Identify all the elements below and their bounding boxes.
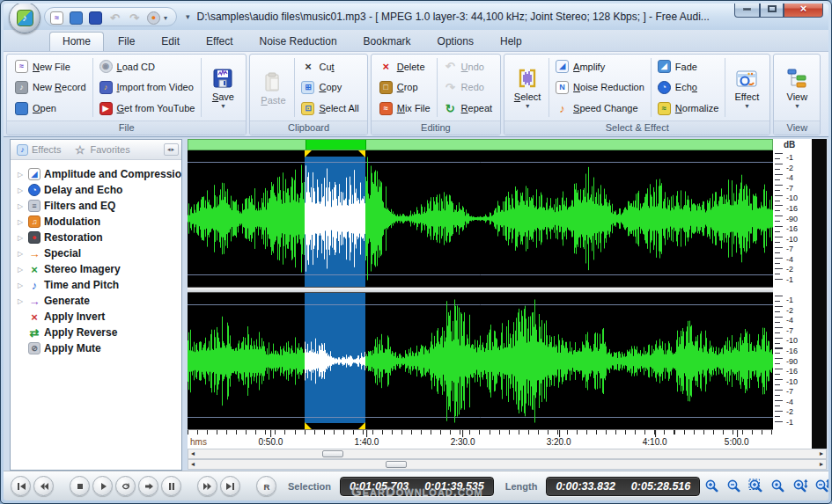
waveform-channel-right[interactable] (188, 293, 773, 429)
fast-forward-button[interactable] (197, 476, 217, 496)
scroll-right-icon[interactable]: ▸ (817, 460, 826, 469)
expand-arrow-icon[interactable]: ▷ (16, 202, 25, 210)
stop-button[interactable] (70, 476, 90, 496)
pause-button[interactable] (161, 476, 181, 496)
expand-arrow-icon[interactable]: ▷ (16, 250, 25, 258)
tree-item-filters-and-eq[interactable]: ▷≡Filters and EQ (16, 198, 180, 214)
tree-item-apply-mute[interactable]: ⊘Apply Mute (16, 340, 180, 356)
overview-seek-bar[interactable] (188, 139, 773, 150)
channel-divider[interactable] (188, 287, 773, 293)
ribbon-item-normalize[interactable]: ≈Normalize (654, 101, 723, 116)
zoom-to-selection-button[interactable] (747, 477, 765, 495)
ribbon-options-icon[interactable]: ▾ (186, 12, 190, 21)
play-button[interactable] (92, 476, 113, 496)
ribbon-item-select-all[interactable]: ⊡Select All (298, 101, 362, 116)
close-button[interactable]: × (784, 4, 823, 18)
tree-item-generate[interactable]: ▷→Generate (16, 293, 180, 309)
tree-item-amplitude-and-compression[interactable]: ▷◢Amplitude and Compression (16, 166, 180, 182)
panel-tab-scroll-button[interactable]: ◂▸ (164, 143, 179, 156)
app-menu-button[interactable]: ♪ (9, 4, 40, 33)
ribbon-item-undo[interactable]: ↶Undo (440, 59, 496, 74)
minimize-button[interactable] (734, 4, 760, 18)
length-time-display[interactable]: 0:00:33.832 0:05:28.516 (546, 477, 700, 496)
qat-redo-button[interactable]: ↷ (128, 11, 141, 25)
tab-file[interactable]: File (106, 33, 147, 51)
qat-undo-button[interactable]: ↶ (108, 11, 121, 25)
tab-home[interactable]: Home (49, 32, 104, 51)
skip-start-button[interactable] (11, 476, 31, 496)
ribbon-item-noise-reduction[interactable]: NNoise Reduction (552, 80, 648, 95)
expand-arrow-icon[interactable]: ▷ (16, 234, 25, 242)
ribbon-item-mix-file[interactable]: ≈Mix File (376, 101, 434, 116)
tree-item-time-and-pitch[interactable]: ▷♪Time and Pitch (16, 277, 180, 293)
ribbon-button-save[interactable]: Save▼ (202, 56, 243, 119)
step-forward-button[interactable] (138, 476, 158, 496)
expand-arrow-icon[interactable]: ▷ (16, 171, 25, 179)
tab-options[interactable]: Options (425, 33, 486, 51)
tab-bookmark[interactable]: Bookmark (351, 33, 423, 51)
ribbon-button-select[interactable]: Select▼ (507, 56, 548, 119)
ribbon-item-delete[interactable]: ×Delete (376, 59, 434, 74)
ribbon-item-fade[interactable]: ◢Fade (654, 59, 723, 74)
tree-item-delay-and-echo[interactable]: ▷◔Delay and Echo (16, 182, 180, 198)
scroll-right-icon[interactable]: ▸ (817, 449, 826, 458)
expand-arrow-icon[interactable]: ▷ (16, 218, 25, 226)
ribbon-item-import-from-video[interactable]: ♪Import from Video (96, 80, 199, 95)
panel-tab-effects[interactable]: ♪Effects (13, 142, 68, 157)
ribbon-item-copy[interactable]: ⊞Copy (298, 80, 362, 95)
ribbon-item-open[interactable]: Open (11, 101, 90, 116)
horizontal-scrollbar-1[interactable]: ◂ ▸ (188, 449, 827, 459)
maximize-button[interactable] (760, 4, 784, 18)
zoom-full-button[interactable] (769, 477, 787, 495)
qat-burn-cd-button[interactable]: ●▾ (147, 11, 167, 25)
tree-item-stereo-imagery[interactable]: ▷×Stereo Imagery (16, 261, 180, 277)
ribbon-item-crop[interactable]: □Crop (376, 80, 434, 95)
scroll-left-icon[interactable]: ◂ (188, 449, 197, 458)
qat-save-button[interactable] (89, 11, 102, 25)
loop-button[interactable] (115, 476, 136, 496)
tree-item-modulation[interactable]: ▷♫Modulation (16, 214, 180, 230)
panel-tab-favorites[interactable]: ☆Favorites (70, 142, 136, 158)
ribbon-button-view[interactable]: View▼ (777, 56, 817, 119)
tree-item-special[interactable]: ▷→Special (16, 245, 180, 261)
horizontal-scrollbar-2[interactable]: ◂ ▸ (188, 459, 827, 470)
expand-arrow-icon[interactable]: ▷ (16, 297, 25, 305)
ribbon-item-speed-change[interactable]: ♪Speed Change (552, 101, 648, 116)
waveform-channel-left[interactable] (188, 150, 773, 287)
expand-arrow-icon[interactable]: ▷ (16, 281, 25, 289)
zoom-vertical-in-button[interactable] (791, 477, 809, 495)
tree-item-restoration[interactable]: ▷●Restoration (16, 230, 180, 245)
tab-edit[interactable]: Edit (149, 33, 192, 51)
ribbon-item-cut[interactable]: ×Cut (298, 59, 362, 74)
expand-arrow-icon[interactable]: ▷ (16, 186, 25, 194)
qat-open-button[interactable] (70, 11, 83, 25)
rewind-button[interactable] (33, 476, 54, 496)
expand-arrow-icon[interactable]: ▷ (16, 266, 25, 274)
tab-noise-reduction[interactable]: Noise Reduction (247, 33, 350, 51)
zoom-vertical-out-button[interactable] (813, 477, 828, 495)
ribbon-item-load-cd[interactable]: ◉Load CD (96, 59, 199, 74)
scrollbar-thumb[interactable] (322, 450, 343, 457)
ribbon-item-amplify[interactable]: ◢Amplify (552, 59, 648, 74)
overview-selection[interactable] (306, 140, 366, 150)
tab-help[interactable]: Help (488, 33, 534, 51)
ribbon-item-repeat[interactable]: ↻Repeat (440, 101, 496, 116)
ribbon-button-paste[interactable]: Paste (253, 56, 293, 119)
record-button[interactable]: R (256, 476, 276, 496)
skip-end-button[interactable] (220, 476, 240, 496)
tree-item-apply-reverse[interactable]: ⇄Apply Reverse (16, 325, 180, 340)
ribbon-item-new-file[interactable]: ≈New File (11, 59, 90, 74)
zoom-out-button[interactable] (725, 477, 743, 495)
timeline-ruler[interactable]: hms 0:50.01:40.02:30.03:20.04:10.05:00.0 (188, 429, 773, 449)
tree-item-apply-invert[interactable]: ×Apply Invert (16, 309, 180, 325)
scroll-left-icon[interactable]: ◂ (188, 460, 197, 469)
ribbon-item-get-from-youtube[interactable]: ▶Get from YouTube (96, 101, 199, 116)
qat-new-file-button[interactable]: ≈ (50, 11, 63, 25)
selection-time-display[interactable]: 0:01:05.703 0:01:39.535 (340, 477, 494, 496)
ribbon-item-echo[interactable]: ◔Echo (654, 80, 723, 95)
zoom-in-button[interactable] (703, 477, 721, 495)
tab-effect[interactable]: Effect (194, 33, 245, 51)
scrollbar-thumb[interactable] (386, 461, 407, 468)
ribbon-item-redo[interactable]: ↷Redo (440, 80, 496, 95)
ribbon-button-effect[interactable]: Effect▼ (726, 56, 767, 119)
